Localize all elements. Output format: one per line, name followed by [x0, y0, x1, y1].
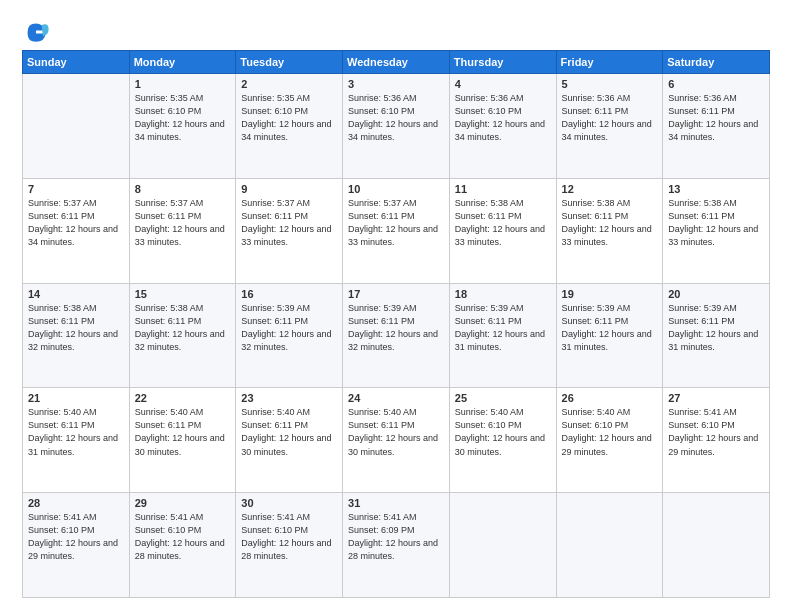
calendar-cell: 7Sunrise: 5:37 AMSunset: 6:11 PMDaylight… [23, 178, 130, 283]
day-info: Sunrise: 5:38 AMSunset: 6:11 PMDaylight:… [562, 197, 658, 249]
day-info: Sunrise: 5:36 AMSunset: 6:11 PMDaylight:… [562, 92, 658, 144]
calendar-cell: 3Sunrise: 5:36 AMSunset: 6:10 PMDaylight… [343, 74, 450, 179]
calendar-cell: 13Sunrise: 5:38 AMSunset: 6:11 PMDayligh… [663, 178, 770, 283]
calendar-cell: 26Sunrise: 5:40 AMSunset: 6:10 PMDayligh… [556, 388, 663, 493]
day-info: Sunrise: 5:41 AMSunset: 6:09 PMDaylight:… [348, 511, 444, 563]
day-info: Sunrise: 5:38 AMSunset: 6:11 PMDaylight:… [28, 302, 124, 354]
day-header-wednesday: Wednesday [343, 51, 450, 74]
day-header-friday: Friday [556, 51, 663, 74]
calendar-table: SundayMondayTuesdayWednesdayThursdayFrid… [22, 50, 770, 598]
calendar-cell: 17Sunrise: 5:39 AMSunset: 6:11 PMDayligh… [343, 283, 450, 388]
day-number: 24 [348, 392, 444, 404]
day-header-sunday: Sunday [23, 51, 130, 74]
day-info: Sunrise: 5:36 AMSunset: 6:11 PMDaylight:… [668, 92, 764, 144]
calendar-cell: 25Sunrise: 5:40 AMSunset: 6:10 PMDayligh… [449, 388, 556, 493]
day-info: Sunrise: 5:36 AMSunset: 6:10 PMDaylight:… [455, 92, 551, 144]
day-info: Sunrise: 5:37 AMSunset: 6:11 PMDaylight:… [241, 197, 337, 249]
day-number: 23 [241, 392, 337, 404]
day-info: Sunrise: 5:39 AMSunset: 6:11 PMDaylight:… [668, 302, 764, 354]
calendar-cell: 22Sunrise: 5:40 AMSunset: 6:11 PMDayligh… [129, 388, 236, 493]
calendar-cell: 10Sunrise: 5:37 AMSunset: 6:11 PMDayligh… [343, 178, 450, 283]
calendar-header-row: SundayMondayTuesdayWednesdayThursdayFrid… [23, 51, 770, 74]
day-header-tuesday: Tuesday [236, 51, 343, 74]
day-info: Sunrise: 5:37 AMSunset: 6:11 PMDaylight:… [348, 197, 444, 249]
day-number: 16 [241, 288, 337, 300]
day-number: 13 [668, 183, 764, 195]
day-info: Sunrise: 5:40 AMSunset: 6:11 PMDaylight:… [348, 406, 444, 458]
day-number: 18 [455, 288, 551, 300]
day-number: 12 [562, 183, 658, 195]
day-header-monday: Monday [129, 51, 236, 74]
calendar-cell [23, 74, 130, 179]
calendar-cell: 12Sunrise: 5:38 AMSunset: 6:11 PMDayligh… [556, 178, 663, 283]
calendar-cell: 5Sunrise: 5:36 AMSunset: 6:11 PMDaylight… [556, 74, 663, 179]
calendar-cell: 1Sunrise: 5:35 AMSunset: 6:10 PMDaylight… [129, 74, 236, 179]
day-number: 10 [348, 183, 444, 195]
day-number: 9 [241, 183, 337, 195]
calendar-cell [663, 493, 770, 598]
calendar-cell: 6Sunrise: 5:36 AMSunset: 6:11 PMDaylight… [663, 74, 770, 179]
day-number: 4 [455, 78, 551, 90]
day-number: 19 [562, 288, 658, 300]
day-number: 27 [668, 392, 764, 404]
calendar-week-row: 1Sunrise: 5:35 AMSunset: 6:10 PMDaylight… [23, 74, 770, 179]
day-info: Sunrise: 5:40 AMSunset: 6:11 PMDaylight:… [135, 406, 231, 458]
day-number: 5 [562, 78, 658, 90]
day-number: 6 [668, 78, 764, 90]
calendar-cell: 15Sunrise: 5:38 AMSunset: 6:11 PMDayligh… [129, 283, 236, 388]
calendar-cell: 29Sunrise: 5:41 AMSunset: 6:10 PMDayligh… [129, 493, 236, 598]
day-info: Sunrise: 5:38 AMSunset: 6:11 PMDaylight:… [668, 197, 764, 249]
day-number: 8 [135, 183, 231, 195]
calendar-cell: 20Sunrise: 5:39 AMSunset: 6:11 PMDayligh… [663, 283, 770, 388]
day-info: Sunrise: 5:38 AMSunset: 6:11 PMDaylight:… [135, 302, 231, 354]
day-info: Sunrise: 5:41 AMSunset: 6:10 PMDaylight:… [28, 511, 124, 563]
day-number: 2 [241, 78, 337, 90]
calendar-week-row: 28Sunrise: 5:41 AMSunset: 6:10 PMDayligh… [23, 493, 770, 598]
calendar-cell: 2Sunrise: 5:35 AMSunset: 6:10 PMDaylight… [236, 74, 343, 179]
calendar-week-row: 21Sunrise: 5:40 AMSunset: 6:11 PMDayligh… [23, 388, 770, 493]
day-number: 28 [28, 497, 124, 509]
day-number: 26 [562, 392, 658, 404]
header [22, 18, 770, 46]
day-number: 11 [455, 183, 551, 195]
calendar-cell: 4Sunrise: 5:36 AMSunset: 6:10 PMDaylight… [449, 74, 556, 179]
calendar-cell: 14Sunrise: 5:38 AMSunset: 6:11 PMDayligh… [23, 283, 130, 388]
calendar-cell: 11Sunrise: 5:38 AMSunset: 6:11 PMDayligh… [449, 178, 556, 283]
calendar-cell: 23Sunrise: 5:40 AMSunset: 6:11 PMDayligh… [236, 388, 343, 493]
day-number: 17 [348, 288, 444, 300]
day-info: Sunrise: 5:41 AMSunset: 6:10 PMDaylight:… [135, 511, 231, 563]
logo-icon [22, 18, 50, 46]
calendar-cell: 28Sunrise: 5:41 AMSunset: 6:10 PMDayligh… [23, 493, 130, 598]
calendar-week-row: 7Sunrise: 5:37 AMSunset: 6:11 PMDaylight… [23, 178, 770, 283]
day-number: 31 [348, 497, 444, 509]
day-info: Sunrise: 5:39 AMSunset: 6:11 PMDaylight:… [562, 302, 658, 354]
day-info: Sunrise: 5:41 AMSunset: 6:10 PMDaylight:… [668, 406, 764, 458]
day-info: Sunrise: 5:37 AMSunset: 6:11 PMDaylight:… [135, 197, 231, 249]
day-info: Sunrise: 5:37 AMSunset: 6:11 PMDaylight:… [28, 197, 124, 249]
logo [22, 18, 54, 46]
day-number: 15 [135, 288, 231, 300]
calendar-cell: 24Sunrise: 5:40 AMSunset: 6:11 PMDayligh… [343, 388, 450, 493]
page: SundayMondayTuesdayWednesdayThursdayFrid… [0, 0, 792, 612]
calendar-cell: 9Sunrise: 5:37 AMSunset: 6:11 PMDaylight… [236, 178, 343, 283]
day-info: Sunrise: 5:39 AMSunset: 6:11 PMDaylight:… [455, 302, 551, 354]
calendar-cell [449, 493, 556, 598]
day-number: 22 [135, 392, 231, 404]
calendar-cell: 31Sunrise: 5:41 AMSunset: 6:09 PMDayligh… [343, 493, 450, 598]
calendar-cell: 16Sunrise: 5:39 AMSunset: 6:11 PMDayligh… [236, 283, 343, 388]
day-number: 30 [241, 497, 337, 509]
day-info: Sunrise: 5:38 AMSunset: 6:11 PMDaylight:… [455, 197, 551, 249]
day-info: Sunrise: 5:40 AMSunset: 6:11 PMDaylight:… [241, 406, 337, 458]
calendar-cell: 8Sunrise: 5:37 AMSunset: 6:11 PMDaylight… [129, 178, 236, 283]
day-info: Sunrise: 5:39 AMSunset: 6:11 PMDaylight:… [348, 302, 444, 354]
calendar-cell [556, 493, 663, 598]
day-info: Sunrise: 5:41 AMSunset: 6:10 PMDaylight:… [241, 511, 337, 563]
day-header-thursday: Thursday [449, 51, 556, 74]
calendar-cell: 19Sunrise: 5:39 AMSunset: 6:11 PMDayligh… [556, 283, 663, 388]
day-info: Sunrise: 5:35 AMSunset: 6:10 PMDaylight:… [241, 92, 337, 144]
calendar-cell: 30Sunrise: 5:41 AMSunset: 6:10 PMDayligh… [236, 493, 343, 598]
day-number: 25 [455, 392, 551, 404]
day-number: 20 [668, 288, 764, 300]
day-number: 7 [28, 183, 124, 195]
calendar-week-row: 14Sunrise: 5:38 AMSunset: 6:11 PMDayligh… [23, 283, 770, 388]
